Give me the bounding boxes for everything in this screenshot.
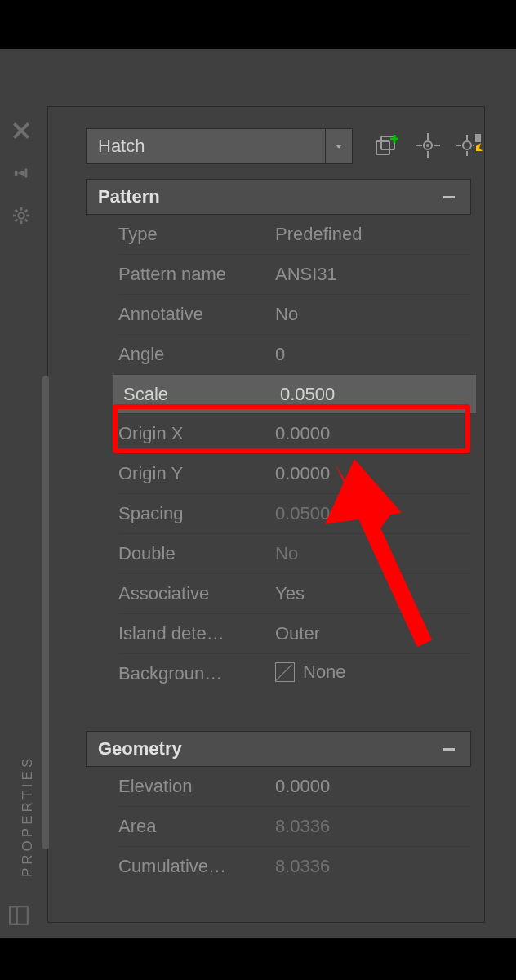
- svg-rect-0: [15, 171, 18, 176]
- value-spacing: 0.0500: [275, 503, 471, 524]
- value-origin-x[interactable]: 0.0000: [275, 423, 471, 444]
- background-color-text: None: [303, 662, 346, 683]
- row-scale[interactable]: Scale 0.0500: [113, 374, 476, 413]
- value-origin-y[interactable]: 0.0000: [275, 463, 471, 484]
- value-annotative[interactable]: No: [275, 304, 471, 325]
- row-area[interactable]: Area 8.0336: [118, 806, 471, 846]
- label-double: Double: [118, 543, 275, 564]
- none-swatch-icon: [275, 662, 295, 682]
- svg-point-20: [426, 144, 429, 147]
- value-scale[interactable]: 0.0500: [280, 384, 471, 405]
- value-pattern-name[interactable]: ANSI31: [275, 264, 471, 285]
- label-island-detection: Island dete…: [118, 623, 275, 644]
- row-background-color[interactable]: Backgroun… None: [118, 653, 471, 693]
- label-background-color: Backgroun…: [118, 663, 275, 684]
- properties-dock-icon[interactable]: [8, 905, 29, 926]
- row-associative[interactable]: Associative Yes: [118, 573, 471, 613]
- value-cumulative-area: 8.0336: [275, 856, 471, 877]
- quick-select-icon[interactable]: [453, 130, 484, 161]
- label-pattern-name: Pattern name: [118, 264, 275, 285]
- label-scale: Scale: [118, 384, 280, 405]
- row-type[interactable]: Type Predefined: [118, 215, 471, 254]
- svg-point-21: [463, 141, 471, 149]
- row-angle[interactable]: Angle 0: [118, 334, 471, 374]
- label-angle: Angle: [118, 344, 275, 365]
- label-type: Type: [118, 224, 275, 245]
- settings-icon[interactable]: [10, 204, 33, 227]
- label-origin-x: Origin X: [118, 423, 275, 444]
- label-elevation: Elevation: [118, 776, 275, 797]
- row-origin-y[interactable]: Origin Y 0.0000: [118, 453, 471, 493]
- label-cumulative-area: Cumulative…: [118, 856, 275, 877]
- pin-icon[interactable]: [10, 162, 33, 185]
- row-elevation[interactable]: Elevation 0.0000: [118, 767, 471, 806]
- section-header-pattern[interactable]: Pattern: [86, 179, 471, 215]
- label-annotative: Annotative: [118, 304, 275, 325]
- dock-title-text: PROPERTIES: [20, 755, 36, 877]
- section-header-geometry[interactable]: Geometry: [86, 731, 471, 767]
- panel-left-tools: [10, 119, 36, 227]
- value-associative[interactable]: Yes: [275, 583, 471, 604]
- value-double: No: [275, 543, 471, 564]
- collapse-icon[interactable]: [439, 187, 459, 207]
- toggle-pickadd-icon[interactable]: [371, 130, 403, 161]
- label-associative: Associative: [118, 583, 275, 604]
- svg-line-7: [16, 210, 18, 212]
- svg-rect-27: [10, 906, 28, 924]
- label-origin-y: Origin Y: [118, 463, 275, 484]
- svg-rect-1: [25, 169, 28, 178]
- svg-rect-11: [376, 141, 389, 154]
- value-elevation[interactable]: 0.0000: [275, 776, 471, 797]
- object-type-dropdown-button[interactable]: [325, 128, 353, 164]
- svg-point-2: [18, 212, 24, 218]
- value-angle[interactable]: 0: [275, 344, 471, 365]
- svg-rect-28: [10, 906, 17, 924]
- row-island-detection[interactable]: Island dete… Outer: [118, 613, 471, 653]
- row-annotative[interactable]: Annotative No: [118, 294, 471, 334]
- value-background-color[interactable]: None: [275, 662, 471, 687]
- section-title-pattern: Pattern: [98, 186, 160, 207]
- object-type-label: Hatch: [98, 136, 145, 157]
- value-type[interactable]: Predefined: [275, 224, 471, 245]
- close-icon[interactable]: [10, 119, 33, 142]
- section-title-geometry: Geometry: [98, 738, 182, 760]
- select-objects-icon[interactable]: [412, 130, 443, 161]
- row-spacing[interactable]: Spacing 0.0500: [118, 493, 471, 533]
- row-double[interactable]: Double No: [118, 533, 471, 573]
- scrollbar-thumb[interactable]: [42, 376, 49, 849]
- properties-panel: Hatch: [47, 106, 485, 923]
- svg-rect-26: [475, 134, 481, 142]
- svg-line-10: [25, 210, 28, 212]
- row-pattern-name[interactable]: Pattern name ANSI31: [118, 254, 471, 294]
- properties-scrollbar[interactable]: [42, 376, 49, 849]
- svg-line-9: [16, 220, 18, 222]
- svg-line-8: [25, 220, 28, 222]
- row-cumulative-area[interactable]: Cumulative… 8.0336: [118, 846, 471, 886]
- value-area: 8.0336: [275, 816, 471, 837]
- value-island-detection[interactable]: Outer: [275, 623, 471, 644]
- row-origin-x[interactable]: Origin X 0.0000: [118, 413, 471, 453]
- object-type-selector[interactable]: Hatch: [86, 128, 326, 164]
- label-spacing: Spacing: [118, 503, 275, 524]
- properties-panel-background: Hatch: [0, 49, 516, 938]
- collapse-icon[interactable]: [439, 739, 459, 759]
- label-area: Area: [118, 816, 275, 837]
